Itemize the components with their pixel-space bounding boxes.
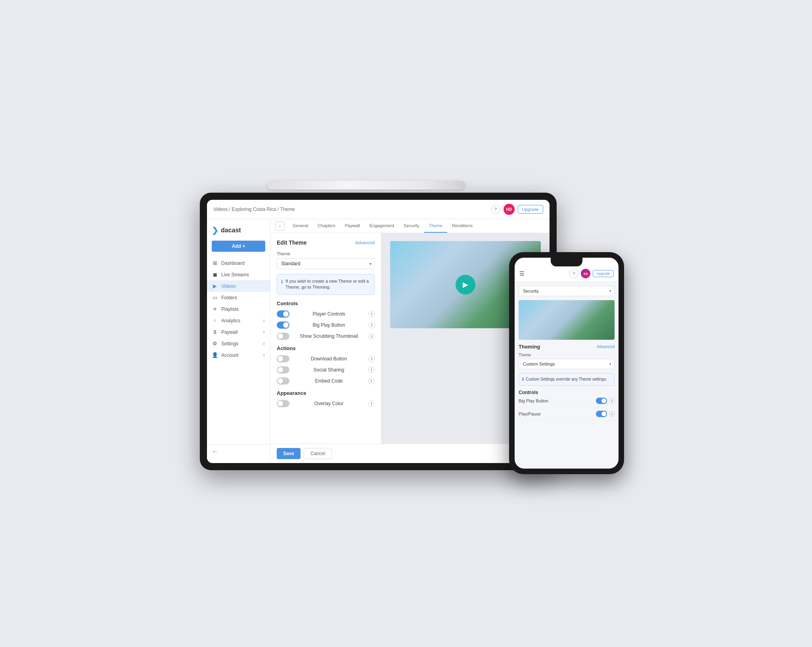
toggle-right: ℹ [368, 333, 375, 339]
iphone-toggle-right: ℹ [596, 411, 615, 417]
tab-paywall[interactable]: Paywall [340, 219, 365, 233]
edit-panel: Edit Theme Advanced Theme Standard ℹ [270, 233, 381, 444]
sidebar-item-settings[interactable]: ⚙ Settings ∨ [207, 338, 270, 349]
tab-general[interactable]: General [288, 219, 313, 233]
toggle-right: ℹ [368, 367, 375, 373]
appearance-section-title: Appearance [277, 390, 375, 396]
sidebar-item-paywall[interactable]: $ Paywall ∨ [207, 326, 270, 338]
overlay-color-label: Overlay Color [314, 401, 343, 406]
tab-renditions[interactable]: Renditions [447, 219, 477, 233]
player-controls-toggle[interactable] [277, 310, 289, 318]
social-sharing-toggle[interactable] [277, 366, 289, 373]
iphone-toggle-big-play: Big Play Button ℹ [519, 398, 615, 408]
sidebar-item-label: Account [221, 352, 238, 358]
big-play-button-toggle[interactable] [277, 322, 289, 329]
sidebar-item-livestreams[interactable]: ◼ Live Streams [207, 269, 270, 280]
iphone-theme-select-wrapper: Custom Settings [519, 359, 615, 369]
iphone-video-thumbnail [519, 300, 615, 340]
content-area: Edit Theme Advanced Theme Standard ℹ [270, 233, 550, 444]
toggle-social-sharing: Social Sharing ℹ [277, 366, 375, 373]
iphone-play-pause-label: Play/Pause [519, 412, 541, 416]
chevron-down-icon: ∨ [262, 318, 265, 323]
iphone-screen: ☰ ? EA Upgrade Security [515, 258, 619, 469]
add-button[interactable]: Add + [212, 241, 265, 252]
overlay-color-toggle[interactable] [277, 400, 289, 407]
iphone-play-pause-toggle[interactable] [596, 411, 607, 417]
tab-security[interactable]: Security [399, 219, 424, 233]
embed-code-info-icon[interactable]: ℹ [368, 378, 375, 384]
scrubbing-thumbnail-label: Show Scrubbing Thumbnail [300, 333, 358, 339]
iphone-toggle-play-pause: Play/Pause ℹ [519, 411, 615, 421]
player-controls-info-icon[interactable]: ℹ [368, 311, 375, 317]
toggle-embed-code: Embed Code ℹ [277, 377, 375, 385]
tab-back-button[interactable]: ‹ [275, 221, 285, 231]
hamburger-menu-icon[interactable]: ☰ [519, 270, 525, 277]
cancel-button[interactable]: Cancel [304, 448, 332, 459]
logo: ❯ dacast [207, 224, 270, 241]
settings-icon: ⚙ [212, 341, 218, 346]
iphone-info-icon: ℹ [522, 377, 524, 382]
action-bar: Save Cancel [270, 444, 550, 463]
panel-title: Edit Theme [277, 239, 306, 246]
upgrade-button[interactable]: Upgrade [518, 205, 543, 214]
play-button[interactable]: ▶ [456, 275, 475, 295]
social-sharing-info-icon[interactable]: ℹ [368, 367, 375, 373]
iphone-theme-label: Theme [519, 353, 615, 357]
iphone-big-play-info-icon[interactable]: ℹ [609, 398, 615, 404]
chevron-down-icon: ∨ [262, 341, 265, 346]
theme-select[interactable]: Standard [277, 258, 375, 269]
back-arrow-icon[interactable]: ← [212, 448, 218, 455]
iphone-big-play-toggle[interactable] [596, 398, 607, 404]
controls-section-title: Controls [277, 301, 375, 306]
big-play-button-label: Big Play Button [312, 322, 345, 328]
download-info-icon[interactable]: ℹ [368, 356, 375, 362]
save-button[interactable]: Save [277, 448, 301, 459]
sidebar-item-playlists[interactable]: ≡ Playlists [207, 303, 270, 315]
tab-engagement[interactable]: Engagement [365, 219, 399, 233]
scrubbing-thumbnail-toggle[interactable] [277, 333, 289, 340]
toggle-download-button: Download Button ℹ [277, 355, 375, 362]
sidebar-item-account[interactable]: 👤 Account ∨ [207, 349, 270, 361]
toggle-right: ℹ [368, 378, 375, 384]
toggle-big-play-button: Big Play Button ℹ [277, 322, 375, 329]
header-actions: ? HD Upgrade [491, 204, 543, 215]
theme-select-wrapper: Standard [277, 258, 375, 269]
account-icon: 👤 [212, 352, 218, 358]
download-button-toggle[interactable] [277, 355, 289, 362]
sidebar-item-dashboard[interactable]: ⊞ Dashboard [207, 257, 270, 269]
sidebar-item-label: Settings [221, 341, 238, 346]
sidebar-item-label: Paywall [221, 329, 237, 335]
iphone-theme-select[interactable]: Custom Settings [519, 359, 615, 369]
embed-code-toggle[interactable] [277, 377, 289, 385]
breadcrumb: Videos / Exploring Costa Rica / Theme [213, 207, 295, 212]
ipad-header: Videos / Exploring Costa Rica / Theme ? … [207, 200, 550, 219]
tab-chapters[interactable]: Chapters [313, 219, 340, 233]
sidebar-item-folders[interactable]: ▭ Folders [207, 292, 270, 303]
big-play-info-icon[interactable]: ℹ [368, 322, 375, 328]
pencil [267, 181, 465, 190]
sidebar-item-analytics[interactable]: ↑ Analytics ∨ [207, 315, 270, 326]
analytics-icon: ↑ [212, 318, 218, 324]
overlay-color-info-icon[interactable]: ℹ [368, 400, 375, 407]
help-button[interactable]: ? [491, 205, 500, 214]
tabs-bar: ‹ General Chapters Paywall Engagement Se… [270, 219, 550, 233]
download-button-label: Download Button [311, 356, 347, 362]
iphone-play-pause-info-icon[interactable]: ℹ [609, 411, 615, 417]
chevron-down-icon: ∨ [262, 330, 265, 334]
livestream-icon: ◼ [212, 272, 218, 278]
scene: Videos / Exploring Costa Rica / Theme ? … [188, 173, 624, 474]
logo-icon: ❯ [212, 226, 218, 235]
main-content: ‹ General Chapters Paywall Engagement Se… [270, 219, 550, 463]
iphone-upgrade-button[interactable]: Upgrade [593, 270, 614, 277]
iphone-help-button[interactable]: ? [569, 269, 578, 278]
scrubbing-info-icon[interactable]: ℹ [368, 333, 375, 339]
tab-theme[interactable]: Theme [424, 219, 447, 233]
sidebar-footer: ← [207, 444, 270, 458]
security-select[interactable]: Security [519, 286, 615, 296]
logo-text: dacast [221, 227, 241, 234]
iphone-theming-header: Theming Advanced [519, 344, 615, 350]
advanced-link[interactable]: Advanced [355, 240, 375, 245]
sidebar-item-videos[interactable]: ▶ Videos [207, 280, 270, 292]
ipad-screen: Videos / Exploring Costa Rica / Theme ? … [207, 200, 550, 463]
iphone-advanced-link[interactable]: Advanced [597, 345, 615, 349]
